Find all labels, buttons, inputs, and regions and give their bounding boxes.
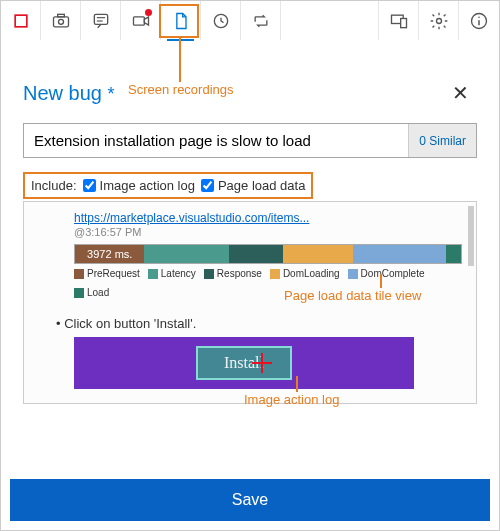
details-panel: https://marketplace.visualstudio.com/ite… <box>23 201 477 404</box>
include-options: Include: Image action log Page load data <box>23 172 313 199</box>
devices-button[interactable] <box>379 1 419 40</box>
note-button[interactable] <box>81 1 121 40</box>
timing-domcomplete <box>353 245 446 263</box>
install-button-visual: Install <box>196 346 292 380</box>
scrollbar[interactable] <box>468 206 474 266</box>
include-label: Include: <box>31 178 77 193</box>
checkbox-image-action-log[interactable] <box>83 179 96 192</box>
file-tab-button[interactable] <box>161 1 201 40</box>
screenshot-button[interactable] <box>41 1 81 40</box>
page-title: New bug <box>23 82 102 104</box>
timing-domloading <box>283 245 352 263</box>
annotation-line-tile <box>380 274 382 288</box>
history-button[interactable] <box>201 1 241 40</box>
include-page-load-data[interactable]: Page load data <box>201 178 305 193</box>
include-image-action-log[interactable]: Image action log <box>83 178 195 193</box>
toolbar-spacer <box>281 1 379 40</box>
action-screenshot: Install <box>74 337 414 389</box>
info-button[interactable] <box>459 1 499 40</box>
repeat-button[interactable] <box>241 1 281 40</box>
svg-rect-0 <box>15 15 27 27</box>
screen-record-button[interactable] <box>121 1 161 40</box>
page-url-link[interactable]: https://marketplace.visualstudio.com/ite… <box>74 211 309 225</box>
timestamp: @3:16:57 PM <box>74 226 462 238</box>
bug-title-input[interactable] <box>24 124 408 157</box>
svg-point-11 <box>436 18 441 23</box>
svg-rect-1 <box>53 16 68 26</box>
timing-ms-label: 3972 ms. <box>87 248 132 260</box>
action-log-text: Click on button 'Install'. <box>64 316 196 331</box>
svg-rect-7 <box>133 16 144 24</box>
timing-latency <box>144 245 229 263</box>
legend-domloading: DomLoading <box>283 268 340 279</box>
action-log-entry: • Click on button 'Install'. <box>56 316 462 331</box>
bug-title-row: 0 Similar <box>23 123 477 158</box>
include-opt2-label: Page load data <box>218 178 305 193</box>
include-opt1-label: Image action log <box>100 178 195 193</box>
legend-domcomplete: DomComplete <box>361 268 425 279</box>
timing-load <box>446 245 461 263</box>
svg-point-2 <box>58 19 63 24</box>
legend-prereq: PreRequest <box>87 268 140 279</box>
timing-legend: PreRequest Latency Response DomLoading D… <box>74 268 462 298</box>
similar-button[interactable]: 0 Similar <box>408 124 476 157</box>
timing-response <box>229 245 283 263</box>
svg-point-14 <box>478 16 480 18</box>
save-button[interactable]: Save <box>10 479 490 521</box>
svg-rect-3 <box>57 14 64 17</box>
legend-load: Load <box>87 287 109 298</box>
top-toolbar <box>1 1 499 41</box>
legend-response: Response <box>217 268 262 279</box>
close-button[interactable]: ✕ <box>444 77 477 109</box>
checkbox-page-load-data[interactable] <box>201 179 214 192</box>
required-asterisk: * <box>108 84 115 104</box>
settings-button[interactable] <box>419 1 459 40</box>
svg-rect-4 <box>94 14 107 24</box>
recording-indicator-icon <box>145 9 152 16</box>
legend-latency: Latency <box>161 268 196 279</box>
image-action-log: • Click on button 'Install'. Install <box>74 316 462 389</box>
annotation-line-actionlog <box>296 376 298 392</box>
timing-prerequest: 3972 ms. <box>75 245 144 263</box>
page-load-timing-bar: 3972 ms. <box>74 244 462 264</box>
main-content: New bug * ✕ 0 Similar Include: Image act… <box>1 41 499 404</box>
svg-rect-10 <box>400 18 406 27</box>
stop-record-button[interactable] <box>1 1 41 40</box>
